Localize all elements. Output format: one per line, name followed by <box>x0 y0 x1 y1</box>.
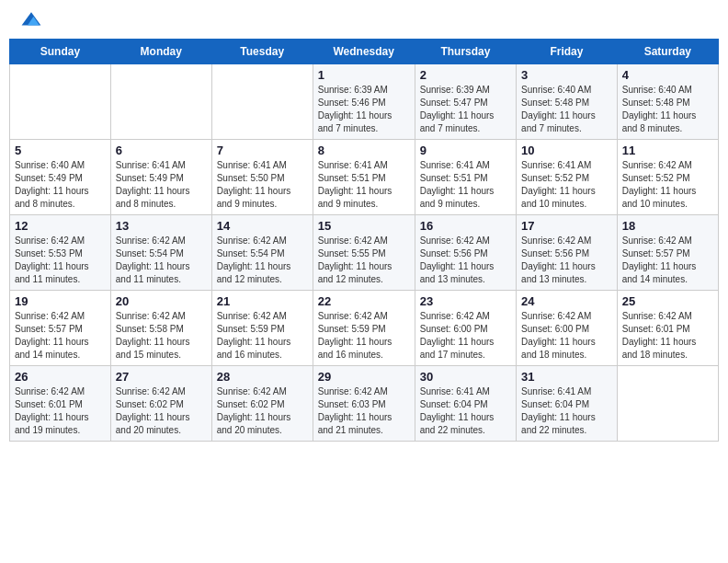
day-info: Sunrise: 6:42 AM Sunset: 5:59 PM Dayligh… <box>217 310 308 362</box>
day-number: 25 <box>622 294 713 308</box>
day-number: 16 <box>420 219 511 233</box>
calendar-week-row: 26Sunrise: 6:42 AM Sunset: 6:01 PM Dayli… <box>10 366 719 442</box>
calendar-cell: 9Sunrise: 6:41 AM Sunset: 5:51 PM Daylig… <box>415 140 516 215</box>
calendar-cell: 24Sunrise: 6:42 AM Sunset: 6:00 PM Dayli… <box>517 291 618 366</box>
day-number: 24 <box>521 294 612 308</box>
day-info: Sunrise: 6:42 AM Sunset: 5:54 PM Dayligh… <box>217 235 308 286</box>
day-number: 13 <box>116 219 207 233</box>
calendar-cell: 5Sunrise: 6:40 AM Sunset: 5:49 PM Daylig… <box>10 140 111 215</box>
day-info: Sunrise: 6:39 AM Sunset: 5:46 PM Dayligh… <box>318 84 410 135</box>
day-number: 3 <box>521 68 612 82</box>
page-header <box>0 0 728 39</box>
day-number: 19 <box>15 294 106 308</box>
calendar-cell <box>617 366 718 442</box>
column-header-sunday: Sunday <box>10 40 111 64</box>
day-number: 8 <box>318 144 410 157</box>
day-number: 27 <box>116 370 207 384</box>
calendar-week-row: 1Sunrise: 6:39 AM Sunset: 5:46 PM Daylig… <box>10 64 719 140</box>
calendar-cell <box>10 64 111 140</box>
calendar-cell: 19Sunrise: 6:42 AM Sunset: 5:57 PM Dayli… <box>10 291 111 366</box>
day-number: 20 <box>116 294 207 308</box>
calendar-cell: 1Sunrise: 6:39 AM Sunset: 5:46 PM Daylig… <box>313 64 415 140</box>
day-number: 11 <box>622 144 713 157</box>
calendar-wrapper: SundayMondayTuesdayWednesdayThursdayFrid… <box>0 39 728 451</box>
day-info: Sunrise: 6:41 AM Sunset: 5:50 PM Dayligh… <box>217 159 308 211</box>
calendar-cell: 8Sunrise: 6:41 AM Sunset: 5:51 PM Daylig… <box>313 140 415 215</box>
column-header-tuesday: Tuesday <box>211 40 313 64</box>
calendar-cell: 29Sunrise: 6:42 AM Sunset: 6:03 PM Dayli… <box>313 366 415 442</box>
day-info: Sunrise: 6:42 AM Sunset: 5:57 PM Dayligh… <box>622 235 713 286</box>
day-info: Sunrise: 6:41 AM Sunset: 6:04 PM Dayligh… <box>521 385 612 437</box>
day-number: 6 <box>116 144 207 157</box>
day-number: 5 <box>15 144 106 157</box>
calendar-cell: 31Sunrise: 6:41 AM Sunset: 6:04 PM Dayli… <box>517 366 618 442</box>
logo-icon <box>20 9 42 31</box>
day-info: Sunrise: 6:42 AM Sunset: 5:54 PM Dayligh… <box>116 235 207 286</box>
calendar-cell: 2Sunrise: 6:39 AM Sunset: 5:47 PM Daylig… <box>415 64 516 140</box>
day-number: 21 <box>217 294 308 308</box>
day-number: 30 <box>420 370 511 384</box>
column-header-monday: Monday <box>110 40 211 64</box>
day-info: Sunrise: 6:40 AM Sunset: 5:49 PM Dayligh… <box>15 159 106 211</box>
calendar-cell: 27Sunrise: 6:42 AM Sunset: 6:02 PM Dayli… <box>110 366 211 442</box>
calendar-cell: 13Sunrise: 6:42 AM Sunset: 5:54 PM Dayli… <box>110 215 211 291</box>
calendar-cell: 30Sunrise: 6:41 AM Sunset: 6:04 PM Dayli… <box>415 366 516 442</box>
day-number: 23 <box>420 294 511 308</box>
day-info: Sunrise: 6:42 AM Sunset: 6:00 PM Dayligh… <box>521 310 612 362</box>
calendar-week-row: 5Sunrise: 6:40 AM Sunset: 5:49 PM Daylig… <box>10 140 719 215</box>
day-number: 22 <box>318 294 410 308</box>
day-info: Sunrise: 6:42 AM Sunset: 5:58 PM Dayligh… <box>116 310 207 362</box>
day-info: Sunrise: 6:42 AM Sunset: 5:55 PM Dayligh… <box>318 235 410 286</box>
day-info: Sunrise: 6:42 AM Sunset: 5:53 PM Dayligh… <box>15 235 106 286</box>
day-info: Sunrise: 6:42 AM Sunset: 6:02 PM Dayligh… <box>217 385 308 437</box>
calendar-cell: 20Sunrise: 6:42 AM Sunset: 5:58 PM Dayli… <box>110 291 211 366</box>
column-header-wednesday: Wednesday <box>313 40 415 64</box>
day-number: 14 <box>217 219 308 233</box>
calendar-cell <box>211 64 313 140</box>
calendar-cell <box>110 64 211 140</box>
day-info: Sunrise: 6:42 AM Sunset: 5:56 PM Dayligh… <box>521 235 612 286</box>
day-info: Sunrise: 6:42 AM Sunset: 6:01 PM Dayligh… <box>15 385 106 437</box>
day-info: Sunrise: 6:42 AM Sunset: 6:02 PM Dayligh… <box>116 385 207 437</box>
calendar-cell: 11Sunrise: 6:42 AM Sunset: 5:52 PM Dayli… <box>617 140 718 215</box>
day-number: 4 <box>622 68 713 82</box>
day-number: 29 <box>318 370 410 384</box>
day-number: 7 <box>217 144 308 157</box>
calendar-cell: 6Sunrise: 6:41 AM Sunset: 5:49 PM Daylig… <box>110 140 211 215</box>
calendar-cell: 7Sunrise: 6:41 AM Sunset: 5:50 PM Daylig… <box>211 140 313 215</box>
calendar-cell: 28Sunrise: 6:42 AM Sunset: 6:02 PM Dayli… <box>211 366 313 442</box>
day-info: Sunrise: 6:42 AM Sunset: 6:01 PM Dayligh… <box>622 310 713 362</box>
day-info: Sunrise: 6:41 AM Sunset: 5:52 PM Dayligh… <box>521 159 612 211</box>
calendar-week-row: 12Sunrise: 6:42 AM Sunset: 5:53 PM Dayli… <box>10 215 719 291</box>
day-info: Sunrise: 6:42 AM Sunset: 5:52 PM Dayligh… <box>622 159 713 211</box>
calendar-cell: 25Sunrise: 6:42 AM Sunset: 6:01 PM Dayli… <box>617 291 718 366</box>
column-header-saturday: Saturday <box>617 40 718 64</box>
day-info: Sunrise: 6:39 AM Sunset: 5:47 PM Dayligh… <box>420 84 511 135</box>
calendar-cell: 15Sunrise: 6:42 AM Sunset: 5:55 PM Dayli… <box>313 215 415 291</box>
calendar-cell: 10Sunrise: 6:41 AM Sunset: 5:52 PM Dayli… <box>517 140 618 215</box>
day-number: 12 <box>15 219 106 233</box>
calendar-cell: 22Sunrise: 6:42 AM Sunset: 5:59 PM Dayli… <box>313 291 415 366</box>
calendar-cell: 21Sunrise: 6:42 AM Sunset: 5:59 PM Dayli… <box>211 291 313 366</box>
day-info: Sunrise: 6:40 AM Sunset: 5:48 PM Dayligh… <box>521 84 612 135</box>
day-number: 1 <box>318 68 410 82</box>
column-header-friday: Friday <box>517 40 618 64</box>
day-info: Sunrise: 6:41 AM Sunset: 5:51 PM Dayligh… <box>318 159 410 211</box>
calendar-cell: 14Sunrise: 6:42 AM Sunset: 5:54 PM Dayli… <box>211 215 313 291</box>
day-number: 9 <box>420 144 511 157</box>
day-info: Sunrise: 6:40 AM Sunset: 5:48 PM Dayligh… <box>622 84 713 135</box>
day-info: Sunrise: 6:41 AM Sunset: 5:51 PM Dayligh… <box>420 159 511 211</box>
day-number: 15 <box>318 219 410 233</box>
day-info: Sunrise: 6:42 AM Sunset: 5:59 PM Dayligh… <box>318 310 410 362</box>
day-info: Sunrise: 6:42 AM Sunset: 5:56 PM Dayligh… <box>420 235 511 286</box>
column-header-thursday: Thursday <box>415 40 516 64</box>
day-number: 31 <box>521 370 612 384</box>
calendar-cell: 26Sunrise: 6:42 AM Sunset: 6:01 PM Dayli… <box>10 366 111 442</box>
calendar-header-row: SundayMondayTuesdayWednesdayThursdayFrid… <box>10 40 719 64</box>
calendar-cell: 17Sunrise: 6:42 AM Sunset: 5:56 PM Dayli… <box>517 215 618 291</box>
day-number: 18 <box>622 219 713 233</box>
logo <box>18 13 42 31</box>
calendar-cell: 12Sunrise: 6:42 AM Sunset: 5:53 PM Dayli… <box>10 215 111 291</box>
calendar-week-row: 19Sunrise: 6:42 AM Sunset: 5:57 PM Dayli… <box>10 291 719 366</box>
day-number: 26 <box>15 370 106 384</box>
